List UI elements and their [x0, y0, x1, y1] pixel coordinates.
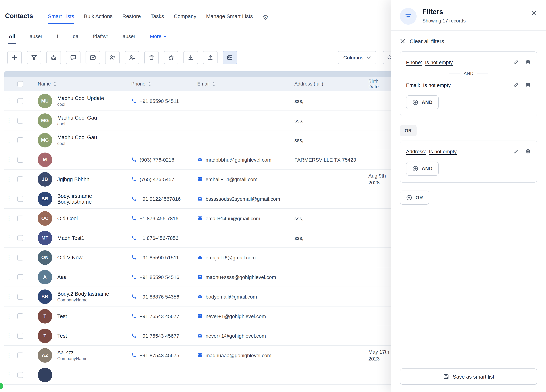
- delete-filter-button[interactable]: [525, 59, 531, 65]
- tab-bulk-actions[interactable]: Bulk Actions: [84, 13, 113, 24]
- drag-handle-icon[interactable]: ⋮: [6, 254, 12, 260]
- row-checkbox[interactable]: [17, 235, 23, 241]
- contact-phone[interactable]: +1 876-456-7856: [140, 235, 178, 241]
- contact-phone[interactable]: (765) 476-5457: [140, 176, 174, 182]
- row-checkbox[interactable]: [17, 176, 23, 182]
- column-header-name[interactable]: Name: [38, 81, 57, 87]
- tab-smart-lists[interactable]: Smart Lists: [48, 13, 74, 24]
- drag-handle-icon[interactable]: ⋮: [6, 274, 12, 280]
- add-to-campaign-button[interactable]: [105, 51, 120, 64]
- add-or-button[interactable]: OR: [400, 191, 429, 205]
- drag-handle-icon[interactable]: ⋮: [6, 293, 12, 300]
- contact-name[interactable]: Body.firstname Body.lastname: [57, 193, 126, 205]
- drag-handle-icon[interactable]: ⋮: [6, 137, 12, 143]
- drag-handle-icon[interactable]: ⋮: [6, 196, 12, 202]
- edit-filter-button[interactable]: [513, 82, 519, 88]
- row-checkbox[interactable]: [17, 352, 23, 358]
- row-checkbox[interactable]: [17, 372, 23, 378]
- send-sms-button[interactable]: [66, 51, 80, 64]
- column-header-address[interactable]: Address (full): [294, 81, 323, 87]
- contact-name[interactable]: Test: [57, 313, 67, 319]
- contact-name[interactable]: Aa Zzz: [57, 349, 88, 355]
- contact-phone[interactable]: +91 76543 45677: [140, 333, 179, 339]
- drag-handle-icon[interactable]: ⋮: [6, 235, 12, 241]
- contact-name[interactable]: Aaa: [57, 274, 67, 280]
- row-checkbox[interactable]: [17, 98, 23, 104]
- contact-email[interactable]: never+1@gohighlevel.com: [206, 313, 266, 319]
- contact-name[interactable]: Old V Now: [57, 255, 83, 260]
- contact-phone[interactable]: +91 85590 54516: [140, 274, 179, 280]
- contact-email[interactable]: madbbbhu@gohighlevel.com: [206, 157, 271, 162]
- drag-handle-icon[interactable]: ⋮: [6, 215, 12, 221]
- save-smart-list-button[interactable]: Save as smart list: [400, 368, 537, 385]
- smart-list-tab-fdaftwr[interactable]: fdaftwr: [92, 30, 109, 44]
- delete-button[interactable]: [144, 51, 159, 64]
- smart-list-tab-auser[interactable]: auser: [29, 30, 43, 44]
- row-checkbox[interactable]: [17, 255, 23, 260]
- contact-email[interactable]: email+14uu@gmail.com: [206, 215, 260, 221]
- tab-tasks[interactable]: Tasks: [151, 13, 164, 24]
- filter-condition-address[interactable]: Address: Is not empty: [406, 148, 457, 154]
- contact-email[interactable]: bodyemail@gmail.com: [206, 294, 257, 299]
- column-header-phone[interactable]: Phone: [131, 81, 151, 87]
- contact-name[interactable]: Madh Test1: [57, 235, 84, 241]
- contact-phone[interactable]: +91 87543 45675: [140, 352, 179, 358]
- row-checkbox[interactable]: [17, 294, 23, 299]
- contact-name[interactable]: Madhu Cool Gau: [57, 134, 97, 140]
- merge-contacts-button[interactable]: [125, 51, 139, 64]
- row-checkbox[interactable]: [17, 196, 23, 202]
- export-button[interactable]: [203, 51, 218, 64]
- edit-filter-button[interactable]: [513, 59, 519, 65]
- contact-email[interactable]: emajail+6@gmail.com: [206, 255, 256, 260]
- contact-phone[interactable]: +1 876-456-7816: [140, 215, 178, 221]
- contact-email[interactable]: emhail+14@gmail.com: [206, 176, 257, 182]
- row-checkbox[interactable]: [17, 274, 23, 280]
- contact-name[interactable]: Old Cool: [57, 215, 78, 221]
- smart-list-tab-qa[interactable]: qa: [72, 30, 79, 44]
- contact-email[interactable]: never+1@gohighlevel.com: [206, 333, 266, 339]
- bulk-automation-button[interactable]: [46, 51, 61, 64]
- contact-name[interactable]: Madhu Cool Update: [57, 95, 104, 101]
- drag-handle-icon[interactable]: ⋮: [6, 333, 12, 339]
- contact-phone[interactable]: (903) 776-0218: [140, 157, 174, 162]
- contact-name[interactable]: Test: [57, 333, 67, 339]
- smart-list-tab-all[interactable]: All: [8, 30, 16, 44]
- columns-button[interactable]: Columns: [338, 51, 377, 64]
- contact-name[interactable]: Jgjhgg Bbhhh: [57, 176, 89, 182]
- add-and-button[interactable]: AND: [406, 95, 439, 109]
- drag-handle-icon[interactable]: ⋮: [6, 98, 12, 104]
- row-checkbox[interactable]: [17, 313, 23, 319]
- add-contact-button[interactable]: [7, 51, 22, 64]
- tab-manage-smart-lists[interactable]: Manage Smart Lists: [206, 13, 253, 24]
- drag-handle-icon[interactable]: ⋮: [6, 156, 12, 163]
- clear-all-filters-button[interactable]: Clear all filters: [391, 31, 546, 51]
- smart-list-tab-more[interactable]: More: [149, 30, 167, 44]
- gear-icon[interactable]: ⚙: [263, 14, 268, 24]
- delete-filter-button[interactable]: [525, 82, 531, 88]
- delete-filter-button[interactable]: [525, 148, 531, 154]
- row-checkbox[interactable]: [17, 157, 23, 162]
- preview-button[interactable]: [223, 51, 237, 64]
- contact-phone[interactable]: +91 76543 45677: [140, 313, 179, 319]
- drag-handle-icon[interactable]: ⋮: [6, 117, 12, 123]
- import-button[interactable]: [183, 51, 198, 64]
- star-button[interactable]: [164, 51, 178, 64]
- edit-filter-button[interactable]: [513, 148, 519, 154]
- tab-company[interactable]: Company: [174, 13, 196, 24]
- row-checkbox[interactable]: [17, 137, 23, 143]
- contact-name[interactable]: Body.2 Body.lastname: [57, 291, 109, 296]
- row-checkbox[interactable]: [17, 215, 23, 221]
- contact-phone[interactable]: +91 85590 54511: [140, 98, 179, 104]
- contact-name[interactable]: Madhu Cool Gau: [57, 115, 97, 121]
- contact-phone[interactable]: +91 91224567816: [140, 196, 181, 202]
- send-email-button[interactable]: [85, 51, 100, 64]
- help-widget[interactable]: [0, 382, 4, 390]
- drag-handle-icon[interactable]: ⋮: [6, 372, 12, 378]
- drag-handle-icon[interactable]: ⋮: [6, 176, 12, 182]
- contact-email[interactable]: madhuaaa@gohighlevel.com: [206, 352, 271, 358]
- contact-email[interactable]: bsssssodss2syemail@gmail.com: [206, 196, 280, 202]
- contact-phone[interactable]: +91 88876 54356: [140, 294, 179, 299]
- tab-restore[interactable]: Restore: [122, 13, 141, 24]
- row-checkbox[interactable]: [17, 333, 23, 339]
- select-all-checkbox[interactable]: [17, 81, 23, 87]
